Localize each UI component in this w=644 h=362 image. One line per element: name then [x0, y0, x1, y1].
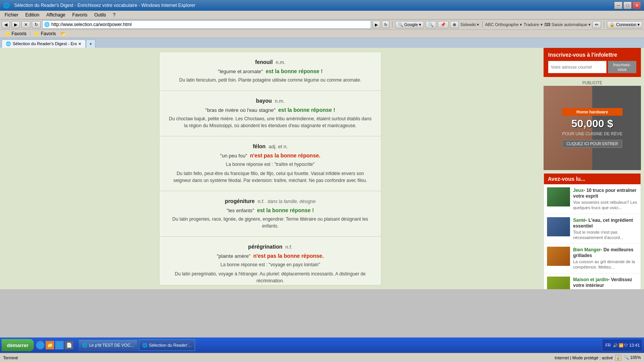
felon-answer: "un peu fou" n'est pas la bonne réponse. — [169, 152, 372, 159]
read-thumb-2 — [547, 247, 570, 266]
orthographe-label: ABC Orthographe ▾ — [485, 22, 522, 27]
entry-bayou: bayou n.m. "bras de rivière où l'eau sta… — [159, 91, 381, 136]
vocab-container: fenouil n.m. "légume et aromate" est la … — [159, 52, 381, 285]
tab-0[interactable]: 🌐 Sélection du Reader's Digest - Enrichi… — [2, 39, 86, 48]
ad-cta-button[interactable]: CLIQUEZ ICI POUR ENTRER — [562, 140, 622, 148]
address-input[interactable] — [51, 22, 369, 27]
read-item-2[interactable]: Bien Manger- De meilleures grillades La … — [544, 244, 641, 274]
fav-item-1[interactable]: ⭐ Favoris — [32, 31, 57, 37]
newsletter-submit-btn[interactable]: Inscrivez-vous — [608, 61, 636, 73]
read-desc-2: La cuisson au gril demande de la compéte… — [573, 259, 637, 270]
tab-title: Sélection du Reader's Digest - Enrichiss… — [13, 41, 77, 46]
minimize-button[interactable]: ─ — [614, 2, 623, 9]
word-peregrination-title: pérégrination n.f. — [169, 244, 372, 250]
word-felon-pos: adj. et n. — [269, 144, 288, 149]
word-fenouil-title: fenouil n.m. — [169, 59, 372, 65]
new-tab-btn[interactable]: + — [86, 39, 95, 48]
read-desc-0: Vos souvenirs sont nébuleux? Les quelque… — [573, 200, 637, 211]
word-fenouil: fenouil — [255, 59, 273, 65]
tabs-bar: 🌐 Sélection du Reader's Digest - Enrichi… — [0, 38, 644, 48]
word-felon-title: félon adj. et n. — [169, 143, 372, 149]
menu-help[interactable]: ? — [110, 11, 119, 18]
menu-fichier[interactable]: Fichier — [2, 11, 21, 18]
ad-tagline: POUR UNE CUISINE DE RÊVE — [562, 131, 622, 136]
ad-brand: Home hardware — [562, 108, 622, 116]
word-bayou-pos: n.m. — [275, 98, 284, 104]
read-item-1[interactable]: Santé- L'eau, cet ingrédient essentiel T… — [544, 214, 641, 244]
ad-content: Home hardware 50,000 $ POUR UNE CUISINE … — [544, 86, 641, 170]
read-thumb-1 — [547, 217, 570, 236]
peregrination-verdict: n'est pas la bonne réponse. — [253, 253, 324, 259]
read-desc-3: À l'intérieur... — [573, 289, 637, 289]
newsletter-box: Inscrivez-vous à l'infolettre Inscrivez-… — [544, 48, 641, 77]
addon-btn-2[interactable]: 📌 — [438, 21, 449, 28]
ad-inner: Home hardware 50,000 $ POUR UNE CUISINE … — [544, 86, 641, 170]
peregrination-answer: "plainte amère" n'est pas la bonne répon… — [169, 253, 372, 259]
newsletter-email-input[interactable] — [548, 61, 606, 73]
entry-fenouil: fenouil n.m. "légume et aromate" est la … — [159, 52, 381, 91]
bayou-def: Du choctaw bajuk, petite rivière. Les Ch… — [169, 115, 372, 129]
menu-edition[interactable]: Edition — [22, 11, 43, 18]
read-item-3[interactable]: Maison et jardin- Verdissez votre intéri… — [544, 274, 641, 289]
read-text-2: Bien Manger- De meilleures grillades La … — [573, 247, 637, 270]
content-area: fenouil n.m. "légume et aromate" est la … — [0, 48, 644, 289]
sep3 — [604, 21, 604, 28]
felon-def: Du latin fello, peut-être du francique f… — [169, 170, 372, 184]
refresh-addr-button[interactable]: ↻ — [382, 21, 389, 28]
bayou-verdict: est la bonne réponse ! — [278, 107, 335, 113]
menu-affichage[interactable]: Affichage — [43, 11, 69, 18]
word-bayou: bayou — [256, 98, 272, 104]
word-fenouil-pos: n.m. — [276, 59, 285, 65]
search-addon-btn[interactable]: 🔍 Google ▾ — [395, 21, 424, 28]
read-cat-1: Santé- L'eau, cet ingrédient essentiel — [573, 217, 637, 229]
window-title: Sélection du Reader's Digest - Enrichiss… — [14, 3, 196, 8]
menu-bar: Fichier Edition Affichage Favoris Outils… — [0, 11, 644, 20]
read-text-1: Santé- L'eau, cet ingrédient essentiel T… — [573, 217, 637, 241]
word-bayou-title: bayou n.m. — [169, 98, 372, 104]
ad-amount: 50,000 $ — [562, 118, 622, 130]
addon-btn-1[interactable]: 🔍 — [426, 21, 436, 28]
fav-add-btn[interactable]: 📂 — [59, 31, 68, 37]
address-bar-row: ◀ ▶ ✕ ↻ 🌐 ▶ ↻ 🔍 Google ▾ 🔍 📌 ⊕ Sidewiki … — [0, 20, 644, 30]
right-sidebar: Inscrivez-vous à l'infolettre Inscrivez-… — [540, 48, 644, 289]
word-peregrination-pos: n.f. — [286, 244, 292, 250]
favorites-sep: | — [30, 31, 31, 36]
menu-outils[interactable]: Outils — [91, 11, 109, 18]
word-felon: félon — [253, 143, 265, 149]
separator — [392, 21, 393, 28]
word-progenitura-context: dans la famille, désigne — [268, 199, 315, 204]
fenouil-answer: "légume et aromate" est la bonne réponse… — [169, 68, 372, 74]
menu-favoris[interactable]: Favoris — [69, 11, 90, 18]
connection-btn[interactable]: 🔒 Connexion ▾ — [607, 21, 642, 28]
refresh-button[interactable]: ↻ — [32, 21, 41, 28]
word-progenitura: progéniture — [225, 198, 255, 204]
forward-button[interactable]: ▶ — [12, 21, 20, 28]
read-cat-0: Jeux- 10 trucs pour entraîner votre espr… — [573, 187, 637, 199]
traduire-label: Traduire ▾ — [524, 22, 543, 27]
word-progenitura-title: progéniture n.f. dans la famille, désign… — [169, 198, 372, 204]
progenitura-verdict: est la bonne réponse ! — [257, 207, 314, 213]
ad-text-block: Home hardware 50,000 $ POUR UNE CUISINE … — [562, 108, 622, 148]
read-item-0[interactable]: Jeux- 10 trucs pour entraîner votre espr… — [544, 184, 641, 214]
addon-btn-4[interactable]: ✏ — [592, 21, 601, 28]
progenitura-answer: "les enfants" est la bonne réponse ! — [169, 207, 372, 213]
tab-close-0[interactable]: ✕ — [78, 41, 82, 46]
addon-btn-3[interactable]: ⊕ — [450, 21, 459, 28]
ad-box: PUBLICITÉ Home hardware 50,000 $ POUR UN… — [544, 80, 641, 170]
read-desc-1: Tout le monde n'est pas nécessairement d… — [573, 229, 637, 241]
newsletter-title: Inscrivez-vous à l'infolettre — [548, 52, 636, 58]
favorites-bar: ⭐ Favoris | ⭐ Favoris 📂 — [0, 30, 644, 38]
stop-button[interactable]: ✕ — [21, 21, 30, 28]
felon-quoted: "un peu fou" — [220, 153, 247, 159]
close-button[interactable]: ✕ — [632, 2, 641, 9]
window-controls: ─ □ ✕ — [614, 2, 641, 9]
peregrination-def: Du latin peregrinatio, voyage à l'étrang… — [169, 270, 372, 284]
maximize-button[interactable]: □ — [623, 2, 632, 9]
fenouil-def: Du latin feniculum, petit foin. Plante p… — [169, 77, 372, 84]
favorites-star[interactable]: ⭐ Favoris — [3, 31, 28, 37]
back-button[interactable]: ◀ — [2, 21, 10, 28]
entry-felon: félon adj. et n. "un peu fou" n'est pas … — [159, 136, 381, 191]
go-button[interactable]: ▶ — [373, 21, 380, 28]
bayou-answer: "bras de rivière où l'eau stagne" est la… — [169, 107, 372, 113]
peregrination-correct-answer: La bonne réponse est : "voyage en pays l… — [169, 261, 372, 268]
